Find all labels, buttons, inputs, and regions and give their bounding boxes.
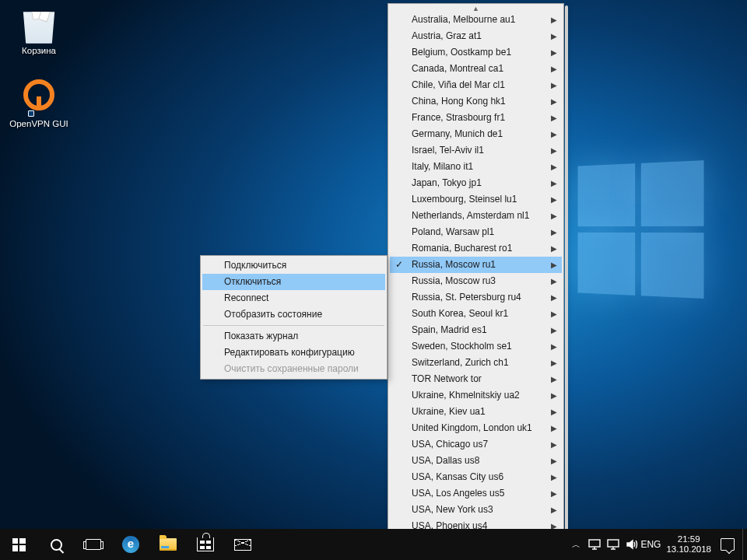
server-item[interactable]: ✓Russia, Moscow ru1▶: [390, 257, 562, 273]
chevron-right-icon: ▶: [551, 224, 557, 240]
server-item[interactable]: Israel, Tel-Aviv il1▶: [390, 142, 562, 159]
chevron-right-icon: ▶: [551, 453, 557, 469]
submenu-scroll-up[interactable]: ▲: [390, 5, 562, 12]
chevron-right-icon: ▶: [551, 257, 557, 273]
windows-wallpaper-logo: [578, 160, 704, 299]
tray-clock[interactable]: 21:59 13.10.2018: [660, 534, 717, 555]
desktop[interactable]: Корзина OpenVPN GUI ▲ Australia, Melbour…: [0, 0, 747, 560]
server-item[interactable]: USA, Chicago us7▶: [390, 436, 562, 453]
server-item[interactable]: Ukraine, Kiev ua1▶: [390, 404, 562, 420]
server-item[interactable]: Spain, Madrid es1▶: [390, 322, 562, 338]
server-item[interactable]: USA, New York us3▶: [390, 502, 562, 518]
server-item[interactable]: Chile, Viña del Mar cl1▶: [390, 77, 562, 93]
server-item-label: USA, Chicago us7: [412, 439, 488, 450]
tray-volume[interactable]: [622, 529, 641, 560]
desktop-icon-label: OpenVPN GUI: [8, 118, 70, 129]
taskbar: ︿ ENG 21:59 13.10.2018: [0, 529, 747, 560]
server-item[interactable]: Ukraine, Khmelnitskiy ua2▶: [390, 387, 562, 404]
context-menu-item[interactable]: Отобразить состояние: [202, 306, 385, 323]
tray-openvpn[interactable]: [585, 529, 604, 560]
server-item-label: Japan, Tokyo jp1: [412, 177, 482, 188]
recycle-bin-icon: [20, 6, 58, 44]
taskbar-app-edge[interactable]: [112, 529, 149, 560]
server-item[interactable]: USA, Kansas City us6▶: [390, 469, 562, 485]
server-item-label: Russia, St. Petersburg ru4: [412, 292, 521, 303]
chevron-right-icon: ▶: [551, 306, 557, 322]
server-item-label: Switzerland, Zurich ch1: [412, 357, 509, 368]
server-item[interactable]: Australia, Melbourne au1▶: [390, 12, 562, 28]
server-item[interactable]: South Korea, Seoul kr1▶: [390, 306, 562, 322]
server-item-label: China, Hong Kong hk1: [412, 96, 506, 107]
chevron-right-icon: ▶: [551, 12, 557, 28]
submenu-scrollbar[interactable]: [565, 5, 568, 557]
server-item[interactable]: Germany, Munich de1▶: [390, 126, 562, 142]
server-item[interactable]: China, Hong Kong hk1▶: [390, 93, 562, 110]
chevron-right-icon: ▶: [551, 469, 557, 485]
search-button[interactable]: [37, 529, 75, 560]
server-item[interactable]: Romania, Bucharest ro1▶: [390, 240, 562, 257]
server-item[interactable]: Netherlands, Amsterdam nl1▶: [390, 208, 562, 224]
server-item-label: Austria, Graz at1: [412, 30, 482, 41]
chevron-right-icon: ▶: [551, 175, 557, 191]
server-item[interactable]: Japan, Tokyo jp1▶: [390, 175, 562, 191]
server-item-label: Belgium, Oostkamp be1: [412, 47, 511, 58]
speaker-icon: [626, 538, 638, 551]
server-item[interactable]: Italy, Milano it1▶: [390, 159, 562, 175]
server-item[interactable]: Austria, Graz at1▶: [390, 28, 562, 44]
context-menu-item-label: Подключиться: [224, 260, 286, 271]
taskbar-app-explorer[interactable]: [149, 529, 187, 560]
windows-logo-icon: [12, 538, 26, 551]
context-menu-item[interactable]: Отключиться: [202, 274, 385, 290]
chevron-right-icon: ▶: [551, 338, 557, 355]
chevron-right-icon: ▶: [551, 191, 557, 208]
tray-language[interactable]: ENG: [641, 529, 660, 560]
task-view-button[interactable]: [75, 529, 112, 560]
taskbar-app-store[interactable]: [187, 529, 224, 560]
context-menu-item[interactable]: Reconnect: [202, 290, 385, 306]
server-item-label: United Kingdom, London uk1: [412, 422, 532, 433]
desktop-icon-recycle-bin[interactable]: Корзина: [8, 6, 70, 56]
server-item-label: USA, Kansas City us6: [412, 471, 503, 482]
openvpn-server-submenu[interactable]: ▲ Australia, Melbourne au1▶Austria, Graz…: [388, 3, 564, 559]
server-item-label: USA, New York us3: [412, 504, 493, 515]
server-item[interactable]: Sweden, Stockholm se1▶: [390, 338, 562, 355]
server-item[interactable]: Russia, St. Petersburg ru4▶: [390, 289, 562, 306]
server-item[interactable]: Luxembourg, Steinsel lu1▶: [390, 191, 562, 208]
context-menu-item-label: Отобразить состояние: [224, 309, 322, 320]
context-menu-item-label: Очистить сохраненные пароли: [224, 363, 359, 374]
server-item[interactable]: Canada, Montreal ca1▶: [390, 61, 562, 77]
server-item[interactable]: USA, Dallas us8▶: [390, 453, 562, 469]
chevron-right-icon: ▶: [551, 371, 557, 387]
show-desktop-button[interactable]: [742, 529, 747, 560]
server-item[interactable]: Belgium, Oostkamp be1▶: [390, 44, 562, 61]
tray-network[interactable]: [604, 529, 622, 560]
context-menu-item[interactable]: Подключиться: [202, 257, 385, 274]
desktop-icon-openvpn[interactable]: OpenVPN GUI: [8, 78, 70, 129]
tray-time: 21:59: [666, 534, 711, 544]
server-item-label: Spain, Madrid es1: [412, 324, 487, 335]
chevron-right-icon: ▶: [551, 126, 557, 142]
desktop-icon-label: Корзина: [8, 45, 70, 56]
network-icon: [607, 538, 619, 551]
server-item-label: Germany, Munich de1: [412, 128, 503, 139]
server-item[interactable]: United Kingdom, London uk1▶: [390, 420, 562, 436]
server-item-label: USA, Dallas us8: [412, 455, 479, 466]
chevron-right-icon: ▶: [551, 436, 557, 453]
server-item[interactable]: USA, Los Angeles us5▶: [390, 485, 562, 502]
server-item[interactable]: Russia, Moscow ru3▶: [390, 273, 562, 289]
server-item[interactable]: Switzerland, Zurich ch1▶: [390, 355, 562, 371]
system-tray: ︿ ENG 21:59 13.10.2018: [566, 529, 747, 560]
server-item[interactable]: Poland, Warsaw pl1▶: [390, 224, 562, 240]
context-menu-item[interactable]: Редактировать конфигурацию: [202, 345, 385, 361]
openvpn-context-menu[interactable]: ПодключитьсяОтключитьсяReconnectОтобрази…: [200, 255, 388, 380]
start-button[interactable]: [0, 529, 37, 560]
context-menu-item[interactable]: Показать журнал: [202, 328, 385, 345]
svg-rect-1: [608, 540, 619, 547]
taskbar-app-mail[interactable]: [224, 529, 261, 560]
tray-overflow-button[interactable]: ︿: [566, 529, 585, 560]
action-center-button[interactable]: [721, 538, 735, 551]
server-item[interactable]: France, Strasbourg fr1▶: [390, 110, 562, 126]
submenu-items-container: Australia, Melbourne au1▶Austria, Graz a…: [390, 12, 562, 551]
folder-icon: [160, 538, 177, 551]
server-item[interactable]: TOR Network tor▶: [390, 371, 562, 387]
